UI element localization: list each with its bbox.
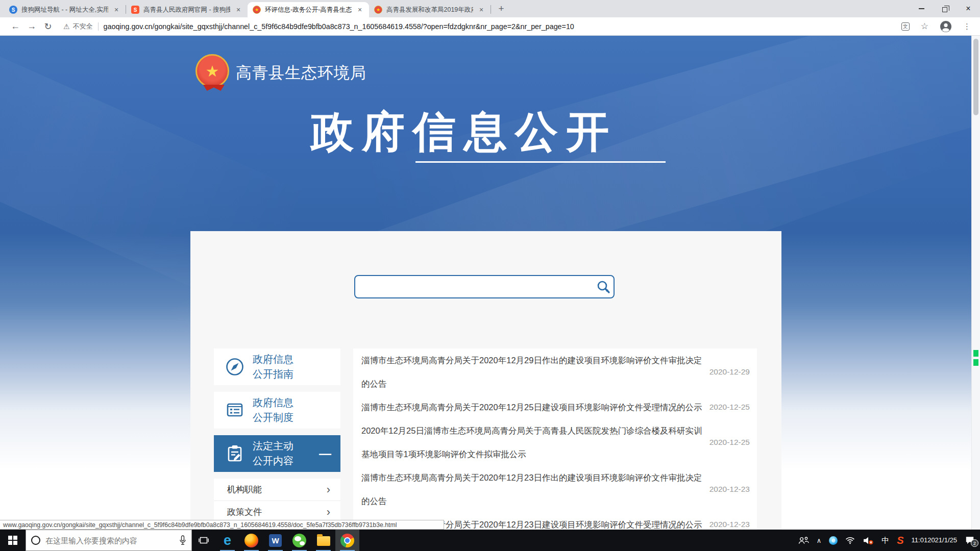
action-center-button[interactable]: 2 [965,536,975,545]
back-icon[interactable]: ← [7,21,23,32]
window-minimize-button[interactable] [910,0,933,17]
clock-date: 2021/1/25 [927,536,957,544]
search-icon [596,280,610,294]
tab-close-icon[interactable]: × [477,6,485,14]
tab-separator [491,5,491,14]
emblem-star: ★ [206,62,219,80]
profile-avatar-icon[interactable] [940,20,952,33]
people-icon[interactable] [798,536,809,544]
scrollbar-thumb[interactable] [973,39,978,115]
tray-overflow-chevron-icon[interactable]: ∧ [817,537,822,544]
list-item[interactable]: 淄博市生态环境局高青分局关于2020年12月25日建设项目环境影响评价文件受理情… [353,395,757,419]
tab-title: 环评信息-政务公开-高青县生态环 [265,6,352,14]
chip-divider [98,22,99,31]
taskbar-explorer-button[interactable] [311,530,335,551]
address-bar[interactable]: gaoqing.gov.cn/gongkai/site_gqxsthjj/cha… [104,22,895,31]
list-item[interactable]: 淄博市生态环境局高青分局关于2020年12月29日作出的建设项目环境影响评价文件… [353,348,757,395]
forward-icon[interactable]: → [23,21,40,32]
national-emblem-icon: ★ [374,6,382,14]
taskbar-word-button[interactable]: W [263,530,287,551]
search-button[interactable] [593,276,614,297]
browser-menu-icon[interactable]: ⋮ [963,22,971,31]
minimize-icon [919,8,924,9]
window-controls: × [910,0,980,17]
ime-indicator[interactable]: 中 [881,536,889,545]
taskbar-clock[interactable]: 11:01 2021/1/25 [912,536,957,544]
label-line2: 公开指南 [253,367,293,382]
browser-toolbar: ← → ↻ ⚠ 不安全 gaoqing.gov.cn/gongkai/site_… [0,17,980,36]
new-tab-button[interactable]: + [494,2,508,16]
sidebar-nav: 政府信息 公开指南 政府信息 公开制度 [214,348,340,530]
site-search-box [354,275,615,298]
content-card: 政府信息 公开指南 政府信息 公开制度 [190,231,781,530]
taskbar-chrome-button[interactable] [335,530,359,551]
taskbar-apps: e W [215,530,359,551]
submenu-item-agency-functions[interactable]: 机构职能 › [214,479,340,501]
translate-icon[interactable]: 文 [901,22,910,31]
document-link[interactable]: 2020年12月25日淄博市生态环境局高青分局关于高青县人民医院发热门诊综合楼及… [361,419,704,466]
document-date: 2020-12-23 [709,485,750,494]
sogou-tray-icon[interactable]: S [897,535,903,546]
taskbar-search-box[interactable] [26,530,192,551]
tab-close-icon[interactable]: × [112,6,120,14]
task-view-button[interactable] [192,530,215,551]
tab-close-icon[interactable]: × [234,6,242,14]
cortana-icon [31,536,40,545]
window-close-button[interactable]: × [957,0,980,17]
document-link[interactable]: 淄博市生态环境局高青分局关于2020年12月29日作出的建设项目环境影响评价文件… [361,348,704,395]
reload-icon[interactable]: ↻ [40,21,56,32]
search-input[interactable] [355,276,593,297]
collapse-minus-icon[interactable]: — [319,446,331,461]
label-line1: 政府信息 [253,395,293,410]
status-url: www.gaoqing.gov.cn/gongkai/site_gqxsthjj… [3,521,397,529]
site-name: 高青县生态环境局 [236,62,366,84]
label-line1: 政府信息 [253,352,293,367]
label-line2: 公开制度 [253,410,293,425]
edge-tray-icon[interactable]: e [829,536,838,545]
sidebar-item-label: 法定主动 公开内容 [253,439,293,468]
link-preview-status-bar: www.gaoqing.gov.cn/gongkai/site_gqxsthjj… [0,520,444,530]
document-link[interactable]: 淄博市生态环境局高青分局关于2020年12月25日建设项目环境影响评价文件受理情… [361,395,704,419]
volume-muted-icon[interactable] [863,536,874,545]
document-link[interactable]: 淄博市生态环境局高青分局关于2020年12月23日作出的建设项目环境影响评价文件… [361,466,704,513]
tab-active-eia-info[interactable]: ★ 环评信息-政务公开-高青县生态环 × [248,2,369,17]
page-scrollbar[interactable] [971,36,980,530]
restore-icon [942,7,947,12]
taskbar-edge-button[interactable]: e [215,530,239,551]
start-button[interactable] [0,530,26,551]
edge-icon: e [224,534,231,547]
tab-close-icon[interactable]: × [356,6,364,14]
submenu-label: 政策文件 [227,506,262,518]
security-label: 不安全 [73,22,93,31]
taskbar-search-input[interactable] [45,536,174,545]
taskbar-firefox-button[interactable] [239,530,263,551]
task-view-icon [199,536,209,545]
list-item[interactable]: 2020年12月25日淄博市生态环境局高青分局关于高青县人民医院发热门诊综合楼及… [353,419,757,466]
tab-gov-site[interactable]: S 高青县人民政府网官网 - 搜狗搜 × [126,2,248,17]
bookmark-star-icon[interactable]: ☆ [921,21,928,32]
security-chip[interactable]: ⚠ 不安全 [63,22,93,31]
taskbar-wechat-button[interactable] [287,530,311,551]
sidebar-item-label: 政府信息 公开指南 [253,352,293,382]
document-date: 2020-12-23 [709,520,750,529]
compass-icon [224,356,246,378]
scrollbar-marker [973,350,978,357]
document-date: 2020-12-29 [709,367,750,377]
national-emblem-logo: ★ [195,54,229,88]
sidebar-item-gov-info-system[interactable]: 政府信息 公开制度 [214,392,340,429]
ledger-book-icon [224,399,246,421]
wifi-icon[interactable] [845,537,855,544]
tab-sogou-nav[interactable]: S 搜狗网址导航 - - 网址大全,实用 × [4,2,126,17]
window-restore-button[interactable] [933,0,957,17]
page-title: 政府信息公开 [306,103,622,161]
browser-tab-bar: S 搜狗网址导航 - - 网址大全,实用 × S 高青县人民政府网官网 - 搜狗… [0,0,980,17]
sidebar-item-gov-info-guide[interactable]: 政府信息 公开指南 [214,348,340,385]
sidebar-item-statutory-disclosure[interactable]: 法定主动 公开内容 — [214,435,340,472]
tab-development-reform[interactable]: ★ 高青县发展和改革局2019年政府 × [369,2,491,17]
list-item[interactable]: 淄博市生态环境局高青分局关于2020年12月23日作出的建设项目环境影响评价文件… [353,466,757,513]
windows-logo-icon [8,536,17,545]
warning-icon: ⚠ [63,22,70,31]
system-tray: ∧ e 中 S 11:01 2021/1/25 [798,535,980,546]
chrome-icon [340,534,354,547]
microphone-icon[interactable] [179,535,186,545]
